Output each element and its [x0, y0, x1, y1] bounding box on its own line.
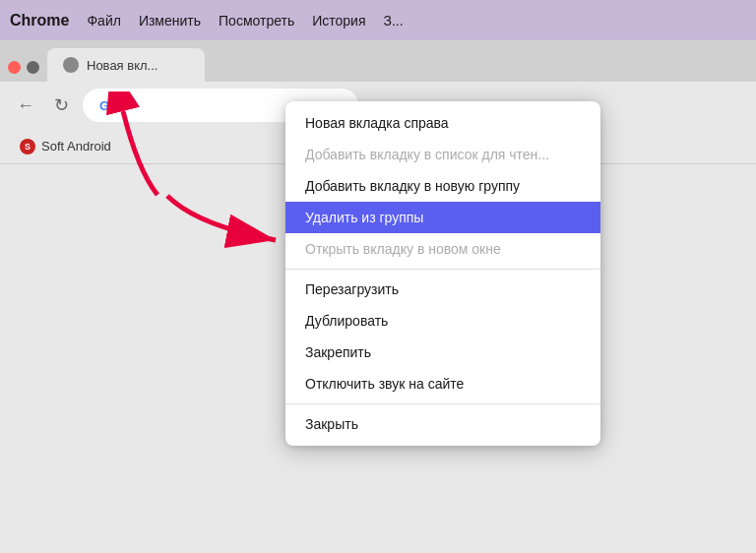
menu-item-mute[interactable]: Отключить звук на сайте	[285, 368, 600, 399]
minimize-window-button[interactable]	[27, 61, 39, 74]
menu-item-pin[interactable]: Закрепить	[285, 337, 600, 368]
menu-item-duplicate[interactable]: Дублировать	[285, 305, 600, 337]
back-button[interactable]: ←	[12, 92, 39, 119]
browser-window: Новая вкл... ← ↻ G S Soft Android	[0, 40, 756, 553]
menu-file[interactable]: Файл	[87, 13, 120, 29]
app-name: Chrome	[10, 12, 69, 30]
menu-item-new-tab-right[interactable]: Новая вкладка справа	[285, 107, 600, 139]
menu-item-reload[interactable]: Перезагрузить	[285, 274, 600, 305]
context-menu: Новая вкладка справа Добавить вкладку в …	[285, 101, 600, 446]
browser-tab[interactable]: Новая вкл...	[47, 48, 205, 82]
menu-separator-2	[285, 403, 600, 404]
menu-separator-1	[285, 269, 600, 270]
close-window-button[interactable]	[8, 61, 21, 74]
tab-label: Новая вкл...	[87, 58, 158, 73]
menu-item-close[interactable]: Закрыть	[285, 408, 600, 440]
arrow-up-indicator	[79, 92, 197, 200]
menu-more[interactable]: З...	[384, 13, 404, 29]
menu-item-open-new-window: Открыть вкладку в новом окне	[285, 233, 600, 265]
menu-bar: Chrome Файл Изменить Посмотреть История …	[0, 0, 756, 40]
menu-item-remove-group[interactable]: Удалить из группы	[285, 202, 600, 233]
menu-history[interactable]: История	[312, 13, 365, 29]
menu-edit[interactable]: Изменить	[139, 13, 201, 29]
bookmark-favicon: S	[20, 139, 35, 154]
menu-view[interactable]: Посмотреть	[219, 13, 294, 29]
tab-bar: Новая вкл...	[0, 40, 756, 82]
arrow-down-indicator	[158, 186, 295, 265]
reload-button[interactable]: ↻	[47, 92, 75, 119]
tab-favicon	[63, 57, 79, 73]
menu-item-add-group[interactable]: Добавить вкладку в новую группу	[285, 170, 600, 202]
menu-item-add-reading: Добавить вкладку в список для чтен...	[285, 139, 600, 170]
